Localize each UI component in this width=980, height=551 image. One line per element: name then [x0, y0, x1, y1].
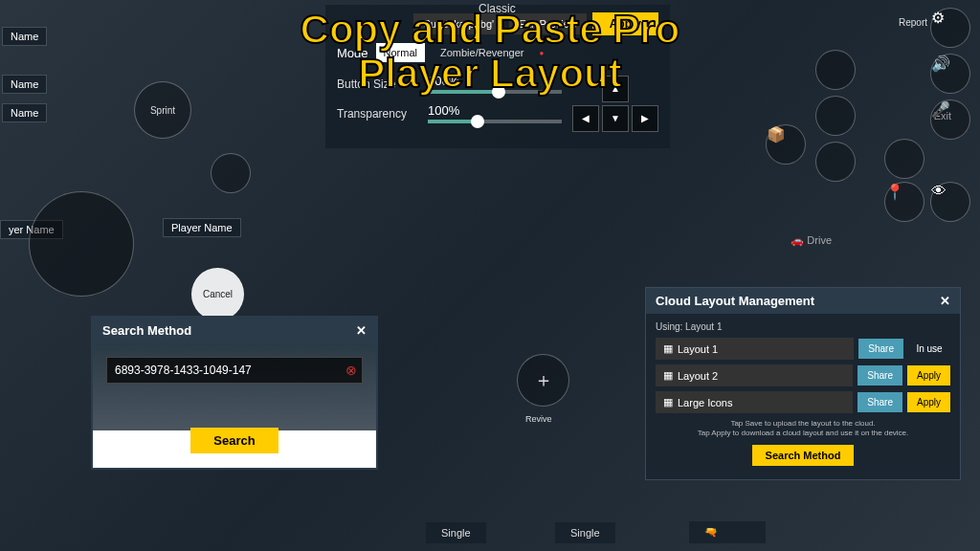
arrow-right[interactable]: ▶ — [632, 105, 658, 132]
inuse-label: In use — [908, 339, 950, 359]
player-name-tag: Player Name — [163, 218, 241, 237]
title-overlay: Copy and Paste Pro Player Layout — [245, 8, 735, 96]
search-button[interactable]: Search — [190, 428, 278, 453]
single-tab-2[interactable]: Single — [555, 522, 615, 543]
share-button-3[interactable]: Share — [858, 392, 902, 412]
eye-icon[interactable]: 👁 — [930, 182, 970, 222]
sound-icon[interactable]: 🔊 — [930, 54, 970, 94]
pistol-slot[interactable]: 🔫 — [689, 521, 766, 543]
layout-row-1: ▦ Layout 1 Share In use — [656, 338, 950, 360]
cloud-layout-popup: Cloud Layout Management ✕ Using: Layout … — [645, 287, 961, 480]
drive-label[interactable]: 🚗 Drive — [791, 234, 832, 247]
transparency-value: 100% — [428, 103, 562, 118]
layout-name-3[interactable]: ▦ Large Icons — [656, 391, 853, 413]
box-icon[interactable]: 📦 — [766, 124, 806, 165]
search-popup-title: Search Method — [102, 323, 191, 338]
transparency-label: Transparency — [337, 107, 418, 121]
run-icon[interactable] — [884, 139, 924, 179]
close-icon[interactable]: ✕ — [356, 323, 367, 338]
report-label[interactable]: Report — [899, 17, 927, 28]
share-button-1[interactable]: Share — [858, 339, 903, 359]
search-method-popup: Search Method ✕ ⊗ Search — [91, 316, 378, 470]
name-tag-3: Name — [2, 103, 47, 122]
extinguisher-icon[interactable] — [815, 50, 856, 90]
plus-icon: ＋ — [534, 367, 553, 393]
apply-button-2[interactable]: Apply — [907, 365, 950, 386]
revive-button[interactable]: ＋ Revive — [517, 354, 569, 407]
cancel-label: Cancel — [203, 289, 233, 299]
apply-button-3[interactable]: Apply — [907, 392, 950, 412]
name-tag-1: Name — [2, 27, 47, 46]
gun-icon[interactable] — [815, 96, 856, 136]
transparency-slider[interactable] — [428, 120, 562, 123]
layout-code-input[interactable] — [106, 357, 363, 384]
menu-icon[interactable]: ⚙ — [930, 8, 970, 48]
fist-icon[interactable] — [815, 142, 856, 182]
layout-row-2: ▦ Layout 2 Share Apply — [656, 364, 950, 386]
mic-icon[interactable]: 🎤 — [930, 99, 970, 140]
layout-name-1[interactable]: ▦ Layout 1 — [656, 338, 854, 360]
layout-row-3: ▦ Large Icons Share Apply — [656, 391, 950, 413]
bg-button-1[interactable] — [211, 153, 251, 193]
arrow-left[interactable]: ◀ — [572, 105, 599, 132]
sprint-label: Sprint — [150, 105, 175, 116]
share-button-2[interactable]: Share — [858, 365, 902, 386]
close-icon[interactable]: ✕ — [940, 294, 950, 308]
arrow-down[interactable]: ▼ — [602, 105, 629, 132]
clear-icon[interactable]: ⊗ — [345, 363, 357, 378]
search-method-button[interactable]: Search Method — [752, 445, 855, 466]
revive-label: Revive — [525, 414, 552, 424]
cancel-button[interactable]: Cancel — [191, 268, 244, 320]
single-tab-1[interactable]: Single — [426, 522, 486, 543]
cloud-note: Tap Save to upload the layout to the clo… — [656, 419, 950, 439]
using-label: Using: Layout 1 — [656, 321, 950, 332]
location-icon[interactable]: 📍 — [884, 182, 924, 222]
weapon-slot[interactable] — [29, 191, 134, 297]
layout-name-2[interactable]: ▦ Layout 2 — [656, 364, 853, 386]
cloud-popup-title: Cloud Layout Management — [656, 294, 814, 308]
sprint-button[interactable]: Sprint — [134, 81, 191, 139]
name-tag-2: Name — [2, 75, 47, 94]
